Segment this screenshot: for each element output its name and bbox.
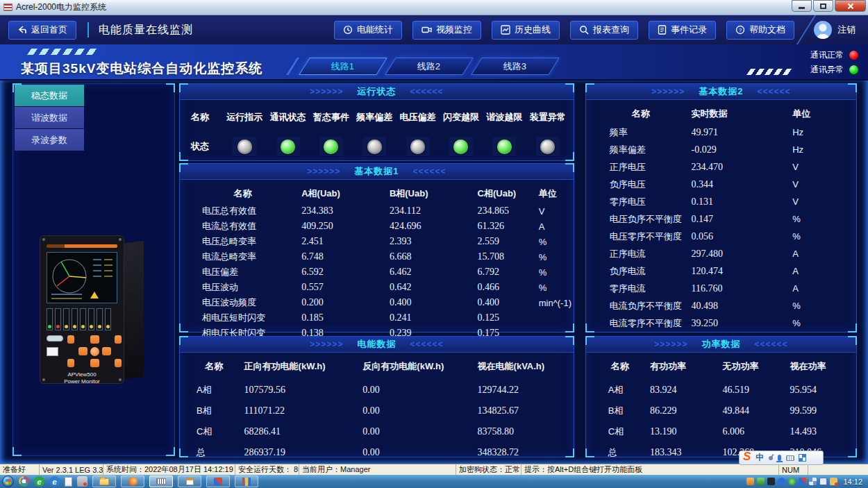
cell-value: % [791,314,851,332]
windows-flag-icon [6,479,11,485]
cell-value: 95.954 [788,380,851,401]
cell-value: 49.844 [721,401,788,421]
bluetooth-icon[interactable] [778,478,785,485]
row-label: B相 [185,401,243,421]
tray-antenna-icon[interactable] [767,478,775,485]
maximize-button[interactable] [813,0,833,12]
minimize-button[interactable] [792,0,812,12]
shield-icon[interactable] [788,478,796,485]
status-led-green [453,140,468,154]
chrome-icon[interactable] [19,476,29,487]
status-end-segment [808,464,868,475]
row-label: 负序电压 [592,176,690,193]
back-home-button[interactable]: 返回首页 [8,21,76,40]
stripe-decoration [27,49,101,55]
cell-value: 348328.72 [476,442,568,463]
status-led-green [281,140,295,154]
volume-muted-icon[interactable] [830,478,837,485]
firefox-icon [128,477,137,486]
cell-value: 0.147 [690,210,792,228]
history-curve-button[interactable]: 历史曲线 [492,21,560,40]
cell-value: % [537,280,568,295]
cell-value: 234.112 [388,203,476,219]
video-monitor-button[interactable]: 视频监控 [412,21,481,40]
start-button[interactable] [2,476,14,487]
energy-stats-button[interactable]: 电能统计 [334,21,402,40]
led-plate [233,137,256,156]
sidebar-item-harmonic-data[interactable]: 谐波数据 [15,107,84,128]
status-led-gray [540,140,555,154]
status-item-label: 暂态事件 [310,111,353,124]
window-titlebar: Acrel-2000电力监控系统 [0,0,868,15]
column-header: 名称 [592,104,690,124]
right-column: >>>>>> 基本数据2 <<<<<< 名称实时数据单位频率49.971Hz频率… [585,83,857,464]
comm-normal-label: 通讯正常 [810,49,844,61]
table-row: 电流总有效值409.250424.69661.326A [185,219,568,234]
sidebar-item-steady-data[interactable]: 稳态数据 [15,85,84,106]
panel-energy-data: >>>>>> 电能数据 <<<<<< 名称正向有功电能(kW.h)反向有功电能(… [179,336,574,457]
status-led-cell [353,137,396,156]
row-label: 频率偏差 [592,141,690,158]
page-title: 电能质量在线监测 [99,23,193,37]
cell-value: Hz [791,124,851,141]
event-record-button[interactable]: 事件记录 [649,21,716,40]
status-led-green [324,140,338,154]
panel-header: >>>>>> 基本数据2 <<<<<< [586,84,856,100]
tab-line1[interactable]: 线路1 [299,58,387,75]
stripe-decoration [746,69,794,75]
ime-menu-icon[interactable] [799,455,806,461]
clock-display[interactable]: 14:12 [843,478,862,486]
cell-value: 86.229 [649,401,721,421]
taskbar-tools-app-button[interactable] [206,476,230,487]
taskbar-media-app-button[interactable] [235,476,258,487]
keyboard-icon[interactable] [786,455,794,461]
cell-value: 6.462 [388,264,476,280]
tray-app-icon[interactable] [746,478,754,485]
chevron-decoration: >>>>>> [654,339,687,349]
logout-button[interactable]: 注销 [814,21,860,39]
led-plate [536,137,560,156]
tray-qq-icon[interactable] [799,478,806,485]
chevron-decoration: <<<<<< [413,167,446,176]
tab-line2[interactable]: 线路2 [385,58,474,75]
internet-explorer-icon[interactable]: e [49,476,60,487]
ime-toolbar[interactable]: S 中 [739,451,824,465]
cell-value: 6.748 [300,249,388,264]
cell-value: 0.00 [361,401,476,421]
taskbar-firefox-button[interactable] [121,476,144,487]
table-row: B相86.22949.84499.599 [592,401,851,421]
color-bars-icon [242,478,251,486]
cell-value: 0.344 [690,176,792,193]
ime-language-toggle[interactable]: 中 [756,452,764,464]
browser-green-icon[interactable]: e [34,476,44,487]
tab-line3[interactable]: 线路3 [471,58,560,75]
messenger-icon[interactable] [77,476,87,487]
chevron-decoration: >>>>>> [310,87,343,96]
handwriting-icon[interactable] [769,456,773,460]
panel-title: 运行状态 [357,85,396,98]
help-docs-button[interactable]: ? 帮助文档 [726,21,794,40]
row-label: 电压总有效值 [185,203,300,219]
table-row: 电压负序不平衡度0.147% [592,210,851,228]
microphone-icon[interactable] [778,455,781,461]
panel-title: 基本数据1 [354,165,399,178]
table-row: 电流负序不平衡度40.498% [592,297,851,314]
cell-value: Hz [791,141,851,158]
cell-value [537,310,568,326]
sogou-logo-icon[interactable]: S [743,451,751,462]
report-query-button[interactable]: 报表查询 [570,21,638,40]
expand-icon[interactable] [809,478,817,485]
taskbar-acrel-app-button[interactable] [149,476,173,487]
close-button[interactable] [835,0,866,12]
green-indicator-dot [849,65,858,74]
tray-folder-icon[interactable] [757,478,765,485]
sidebar-item-wave-params[interactable]: 录波参数 [15,129,84,151]
tab-lead-decoration [286,58,299,75]
taskbar-explorer-button[interactable] [92,476,116,487]
network-icon[interactable] [819,478,827,485]
comm-abnormal-label: 通讯异常 [810,64,844,76]
row-label: 正序电压 [592,158,690,176]
notepad-icon[interactable] [65,477,72,487]
taskbar-calendar-app-button[interactable] [178,476,201,487]
cell-value: 134825.67 [476,401,568,421]
